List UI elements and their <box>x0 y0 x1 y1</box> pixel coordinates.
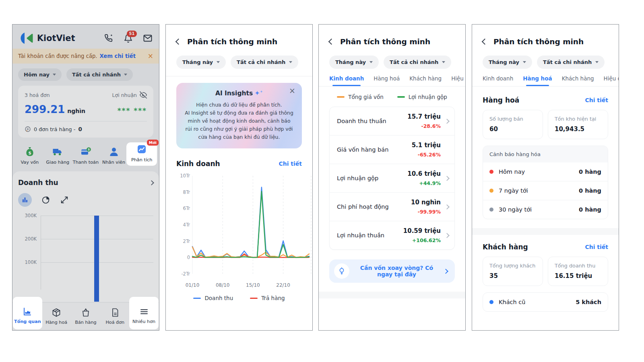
screen-analytics-metrics: Phân tích thông minh Tháng này Tất cả ch… <box>318 24 466 331</box>
kinh-doanh-line-chart: 10Tr8Tr6Tr4Tr2Tr0-2Tr01/1008/1015/1022/1… <box>174 170 306 291</box>
filter-branch-chip[interactable]: Tất cả chi nhánh <box>66 68 133 81</box>
metric-row-loi-nhuan-gop[interactable]: Lợi nhuận gộp 10.6 triệu +44.9% <box>330 164 454 192</box>
legend-dash <box>250 298 258 299</box>
svg-text:0: 0 <box>187 255 190 261</box>
metric-row-doanh-thu-thuan[interactable]: Doanh thu thuần 15.7 triệu -28.6% <box>330 107 454 135</box>
filter-branch-chip[interactable]: Tất cả chi nhánh <box>537 56 605 69</box>
ai-insights-title: AI Insights✦✦ <box>184 89 294 97</box>
quick-action-thanh-toan[interactable]: $ Thanh toán <box>72 144 100 165</box>
returns-label: 0 đơn trả hàng - <box>34 126 75 132</box>
chevron-down-icon <box>124 74 127 76</box>
loan-promo-banner[interactable]: Cần vốn xoay vòng? Có ngay tại đây <box>329 259 455 283</box>
detail-link[interactable]: Chi tiết <box>279 160 302 167</box>
chevron-down-icon <box>289 61 292 63</box>
screen-analytics-products: Phân tích thông minh Tháng này Tất cả ch… <box>472 24 619 331</box>
nav-hang-hoa[interactable]: Hàng hoá <box>42 302 71 330</box>
notification-bell-icon[interactable]: 51 <box>124 34 133 43</box>
upgrade-banner: Tài khoản cần được nâng cấp. Xem chi tiế… <box>12 49 159 64</box>
bar-chart-toggle[interactable] <box>18 193 32 207</box>
back-icon[interactable] <box>482 39 488 45</box>
quick-action-phan-tich[interactable]: Mới Phân tích <box>126 142 157 166</box>
tab-kinh-doanh[interactable]: Kinh doanh <box>329 75 364 86</box>
money-bag-icon: $ <box>25 146 35 157</box>
expand-chart-button[interactable] <box>60 195 69 204</box>
section-title-khach-hang: Khách hàng <box>483 243 528 251</box>
status-dot <box>489 300 493 304</box>
detail-link[interactable]: Chi tiết <box>585 244 608 250</box>
nav-hoa-don[interactable]: Hoá đơn <box>100 302 130 330</box>
y-tick-label: 100K <box>18 259 37 265</box>
quick-action-vay-von[interactable]: $ Vay vốn <box>16 144 44 165</box>
alert-row-7-ngay: 7 ngày tới 0 hàng <box>483 181 608 200</box>
revenue-amount: 299.21 <box>25 103 65 115</box>
profit-label: Lợi nhuận <box>112 92 137 98</box>
tab-hang-hoa[interactable]: Hàng hoá <box>523 75 552 86</box>
chevron-right-icon <box>444 176 450 181</box>
revenue-summary-card: 3 hoá đơn Lợi nhuận 299.21 nghìn *** *** <box>18 86 153 138</box>
banner-close-icon[interactable]: × <box>148 53 153 60</box>
quick-action-giao-hang[interactable]: Giao hàng <box>44 144 72 165</box>
customer-breakdown-card: Khách cũ 5 khách <box>483 292 608 312</box>
tab-kinh-doanh[interactable]: Kinh doanh <box>483 75 513 86</box>
stat-tong-luong-khach: Tổng lượng khách 35 <box>483 257 543 286</box>
invoice-icon <box>110 308 120 317</box>
package-icon <box>52 308 61 317</box>
close-icon[interactable]: × <box>289 87 295 95</box>
pie-chart-icon <box>41 195 50 204</box>
svg-text:2Tr: 2Tr <box>183 239 190 244</box>
promo-text: Cần vốn xoay vòng? Có ngay tại đây <box>355 265 438 278</box>
chart-legend: Tổng giá vốn Lợi nhuận gộp <box>329 94 455 100</box>
sparkle-icon: ✦ <box>254 89 260 97</box>
alert-row-30-ngay: 30 ngày tới 0 hàng <box>483 200 608 219</box>
upgrade-banner-link[interactable]: Xem chi tiết <box>100 53 136 59</box>
ai-insights-card: AI Insights✦✦ × Hiện chưa đủ dữ liệu để … <box>176 83 302 148</box>
tab-hieu-qua[interactable]: Hiệu quả <box>451 75 465 86</box>
nav-nhieu-hon[interactable]: Nhiều hơn <box>129 297 159 329</box>
filter-period-chip[interactable]: Tháng này <box>483 56 532 69</box>
tab-khach-hang[interactable]: Khách hàng <box>562 75 594 86</box>
call-icon[interactable] <box>104 34 114 43</box>
legend-dash <box>193 298 201 299</box>
eye-off-icon[interactable] <box>140 91 147 99</box>
pie-chart-toggle[interactable] <box>41 195 50 204</box>
expand-icon <box>60 195 69 204</box>
returns-value: 0 <box>78 126 82 132</box>
metric-row-gia-von-hang-ban[interactable]: Giá vốn hàng bán 5.1 triệu -65.26% <box>330 135 454 164</box>
metric-row-loi-nhuan-thuan[interactable]: Lợi nhuận thuần 10.59 triệu +106.62% <box>330 221 454 249</box>
filter-period-chip[interactable]: Tháng này <box>176 56 226 69</box>
nav-tong-quan[interactable]: Tổng quan <box>13 297 42 329</box>
detail-link[interactable]: Chi tiết <box>585 97 608 103</box>
svg-text:8Tr: 8Tr <box>183 189 190 195</box>
y-tick-label: 200K <box>18 236 37 242</box>
revenue-bar <box>94 216 99 302</box>
filter-branch-chip[interactable]: Tất cả chi nhánh <box>231 56 298 69</box>
page-title: Phân tích thông minh <box>187 37 277 46</box>
metrics-card: Doanh thu thuần 15.7 triệu -28.6% Giá vố… <box>329 107 455 250</box>
y-axis <box>41 216 41 290</box>
filter-period-chip[interactable]: Hôm nay <box>18 68 62 81</box>
chevron-right-icon[interactable] <box>149 180 154 185</box>
customer-row-khach-cu: Khách cũ 5 khách <box>483 293 608 311</box>
chart-legend: Doanh thu Trả hàng <box>176 295 302 301</box>
overview-chart-icon <box>23 307 32 317</box>
tab-khach-hang[interactable]: Khách hàng <box>409 75 442 86</box>
filter-period-chip[interactable]: Tháng này <box>329 56 379 69</box>
page-title: Phân tích thông minh <box>340 37 430 46</box>
ai-insights-body: Hiện chưa đủ dữ liệu để phân tích. AI In… <box>184 101 294 141</box>
divider <box>25 121 147 121</box>
revenue-section-title: Doanh thu <box>18 179 58 187</box>
person-icon <box>109 146 119 157</box>
quick-action-nhan-vien[interactable]: Nhân viên <box>100 144 128 165</box>
bottom-navigation: Tổng quan Hàng hoá Bán hàng <box>12 302 159 330</box>
nav-ban-hang[interactable]: Bán hàng <box>71 302 101 330</box>
revenue-bar-chart: 300K 200K 100K <box>18 213 153 302</box>
back-icon[interactable] <box>328 39 335 45</box>
back-icon[interactable] <box>175 39 182 45</box>
mail-icon[interactable] <box>143 33 153 43</box>
bar-chart-icon <box>21 196 29 204</box>
filter-branch-chip[interactable]: Tất cả chi nhánh <box>384 56 451 69</box>
revenue-chart-card: Doanh thu <box>12 171 159 308</box>
tab-hieu-qua[interactable]: Hiệu quả <box>604 75 619 86</box>
metric-row-chi-phi-hoat-dong[interactable]: Chi phí hoạt động 10 nghìn -99.99% <box>330 192 454 221</box>
tab-hang-hoa[interactable]: Hàng hoá <box>374 75 400 86</box>
